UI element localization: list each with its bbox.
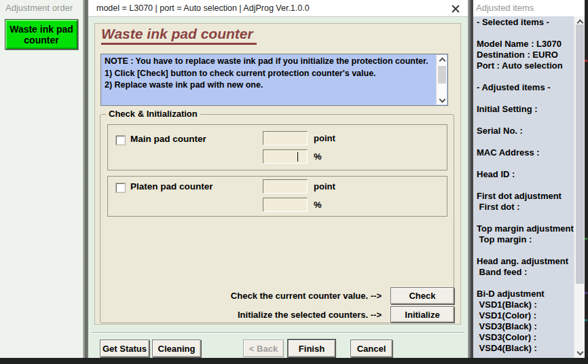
adjusted-item-line: VSD1(Color) :	[473, 310, 574, 321]
adjusted-item-line: Port : Auto selection	[473, 60, 574, 71]
adjusted-item-line	[473, 136, 574, 147]
adjusted-scrollbar-thumb[interactable]	[576, 24, 584, 284]
adjusted-item-line: VSD3(Color) :	[473, 332, 574, 343]
check-button[interactable]: Check	[390, 287, 454, 304]
close-icon[interactable]	[450, 3, 461, 14]
waste-ink-pad-counter-button[interactable]: Waste ink pad counter	[5, 19, 78, 50]
adjusted-item-line: - Selected items -	[473, 17, 574, 28]
main-pad-point-unit: point	[314, 133, 335, 143]
footer-separator	[92, 332, 464, 333]
platen-pad-percent-field[interactable]	[263, 198, 308, 212]
back-button: < Back	[243, 340, 284, 357]
adjusted-item-line: Band feed :	[473, 267, 574, 278]
text-caret	[297, 152, 298, 162]
adjusted-item-line	[473, 213, 574, 223]
adjustment-order-panel: Adjustment order Waste ink pad counter	[0, 0, 83, 358]
adjusted-item-line: MAC Address :	[473, 147, 574, 158]
window-title: model = L3070 | port = Auto selection | …	[96, 3, 310, 13]
adjusted-item-line: - Adjusted items -	[473, 82, 574, 93]
scroll-down-icon[interactable]	[577, 350, 582, 355]
main-pad-checkbox[interactable]	[116, 136, 125, 145]
adjusted-items-list: - Selected items -Model Name : L3070Dest…	[473, 17, 574, 354]
check-prompt: Check the current counter value. -->	[100, 291, 382, 301]
main-pad-label: Main pad counter	[130, 134, 206, 144]
bottom-window-strip	[0, 358, 588, 364]
title-bar: model = L3070 | port = Auto selection | …	[88, 0, 468, 17]
dialog-content-panel: Waste ink pad counter NOTE : You have to…	[94, 23, 461, 325]
note-text: NOTE : You have to replace waste ink pad…	[105, 56, 433, 92]
background-window-edge	[585, 0, 588, 358]
adjusted-item-line: Top margin :	[473, 234, 574, 245]
platen-pad-point-unit: point	[314, 181, 335, 192]
adjusted-item-line	[473, 278, 574, 289]
adjusted-item-line	[473, 158, 574, 169]
adjusted-item-line: VSD1(Black) :	[473, 299, 574, 310]
adjustment-order-header: Adjustment order	[5, 3, 73, 13]
adjusted-item-line: Destination : EURO	[473, 50, 574, 60]
main-pad-row: Main pad counter point %	[107, 124, 447, 170]
adjusted-item-line: VSD3(Black) :	[473, 321, 574, 332]
adjusted-item-line	[473, 180, 574, 191]
adjusted-item-line: First dot adjustment	[473, 191, 574, 202]
adjusted-item-line: Top margin adjustment	[473, 223, 574, 234]
scroll-up-icon[interactable]	[439, 57, 444, 62]
finish-button[interactable]: Finish	[288, 340, 335, 357]
scroll-down-icon[interactable]	[439, 98, 444, 103]
cancel-button[interactable]: Cancel	[350, 340, 392, 357]
cleaning-button[interactable]: Cleaning	[152, 340, 201, 357]
check-initialization-group: Check & Initialization Main pad counter …	[100, 114, 454, 323]
platen-pad-label: Platen pad counter	[130, 181, 213, 192]
platen-pad-row: Platen pad counter point %	[107, 176, 447, 217]
adjusted-item-line	[473, 71, 574, 82]
adjusted-item-line: Serial No. :	[473, 126, 574, 136]
main-pad-percent-unit: %	[314, 151, 322, 162]
note-box: NOTE : You have to replace waste ink pad…	[100, 54, 448, 106]
adjusted-items-scrollbar	[574, 16, 585, 358]
main-pad-percent-field[interactable]	[263, 149, 308, 164]
adjusted-item-line	[473, 245, 574, 256]
platen-pad-percent-unit: %	[314, 200, 322, 210]
left-window-edge	[83, 0, 88, 358]
adjusted-item-line: Head ID :	[473, 169, 574, 180]
adjusted-item-line: Head ang. adjustment	[473, 256, 574, 267]
platen-pad-point-field[interactable]	[263, 179, 308, 194]
note-scrollbar	[436, 55, 447, 105]
adjusted-items-header: Adjusted items	[476, 3, 534, 13]
main-pad-point-field[interactable]	[263, 131, 308, 145]
initialize-prompt: Initialize the selected counters. -->	[100, 310, 382, 320]
adjusted-item-line: VSD4(Black) :	[473, 343, 574, 354]
platen-pad-checkbox[interactable]	[116, 183, 125, 192]
note-scrollbar-thumb[interactable]	[438, 66, 446, 84]
page-title: Waste ink pad counter	[101, 26, 257, 45]
adjusted-item-line: First dot :	[473, 202, 574, 213]
right-window-edge	[468, 0, 473, 358]
group-title: Check & Initialization	[106, 109, 200, 119]
get-status-button[interactable]: Get Status	[100, 340, 149, 357]
adjusted-item-line: Model Name : L3070	[473, 39, 574, 50]
scroll-up-icon[interactable]	[577, 19, 582, 24]
adjusted-item-line	[473, 93, 574, 104]
adjusted-item-line: Initial Setting :	[473, 104, 574, 115]
adjusted-item-line	[473, 28, 574, 39]
adjusted-item-line: Bi-D adjustment	[473, 289, 574, 299]
initialize-button[interactable]: Initialize	[390, 306, 454, 323]
adjprog-dialog: model = L3070 | port = Auto selection | …	[88, 0, 468, 358]
adjusted-item-line	[473, 115, 574, 126]
adjusted-items-panel: Adjusted items - Selected items -Model N…	[473, 0, 588, 358]
screen: Adjustment order Waste ink pad counter m…	[0, 0, 588, 364]
